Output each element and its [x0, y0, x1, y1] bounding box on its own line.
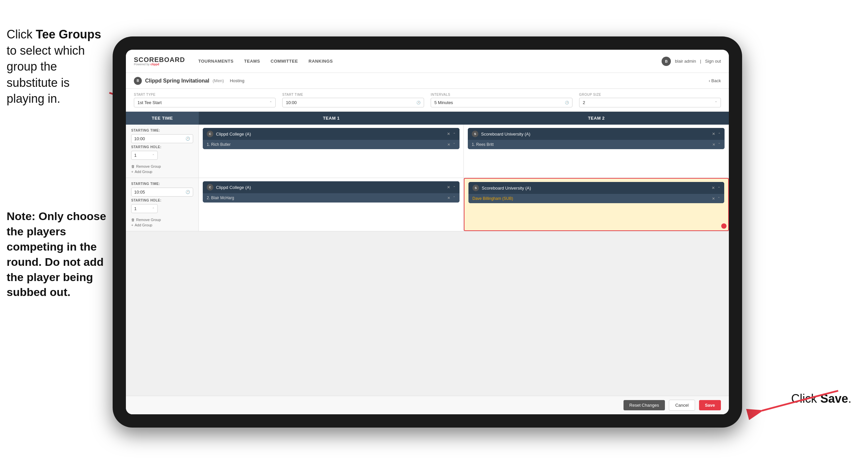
team2-player1-remove-group2[interactable]: ✕: [712, 197, 715, 201]
trash-icon-2: 🗑: [131, 218, 135, 222]
team1-player1-group1: 1. Rich Butler ✕ ⌃: [203, 140, 460, 149]
team2-avatar-group1: S: [472, 130, 478, 137]
tee-groups-bold: Tee Groups: [36, 28, 101, 41]
team2-remove-group1[interactable]: ✕: [712, 132, 715, 136]
sub-header-left: B Clippd Spring Invitational (Men) Hosti…: [134, 77, 709, 85]
hole-chevron-2: ⌃: [152, 207, 155, 210]
tablet-screen: SCOREBOARD Powered by clippd TOURNAMENTS…: [126, 50, 729, 414]
navbar: SCOREBOARD Powered by clippd TOURNAMENTS…: [126, 50, 729, 73]
scroll-spacer: [126, 231, 729, 244]
team2-card-group1[interactable]: S Scoreboard University (A) ✕ ⌃ 1. Rees …: [468, 128, 724, 149]
tee-groups-instruction: Click Tee Groups to select which group t…: [7, 27, 109, 107]
team1-avatar-group2: C: [207, 184, 213, 191]
team2-player1-chevron-group1: ⌃: [718, 143, 720, 147]
table-header: Tee Time Team 1 Team 2: [126, 112, 729, 125]
time-clock-icon-1: 🕐: [186, 137, 190, 141]
team2-chevron-group2: ⌃: [718, 186, 720, 190]
nav-separator: |: [700, 59, 701, 64]
team1-player1-group2: 2. Blair McHarg ✕ ⌃: [203, 193, 460, 203]
team2-remove-group2[interactable]: ✕: [712, 185, 715, 190]
team2-controls-group2: ✕ ⌃: [712, 185, 720, 190]
starting-time-input-2[interactable]: 10:05 🕐: [131, 187, 193, 197]
group-row-1: STARTING TIME: 10:00 🕐 STARTING HOLE: 1 …: [126, 125, 729, 178]
remove-group-btn-1[interactable]: 🗑 Remove Group: [131, 165, 193, 168]
start-type-chevron: ⌃: [269, 101, 272, 105]
team1-chevron-group1: ⌃: [453, 132, 456, 136]
team1-remove-group2[interactable]: ✕: [447, 185, 450, 189]
team1-avatar-group1: C: [207, 130, 213, 137]
starting-hole-label-1: STARTING HOLE:: [131, 145, 193, 149]
intervals-clock-icon: 🕐: [565, 101, 569, 105]
nav-teams[interactable]: TEAMS: [244, 57, 260, 65]
team2-cell-group2: S Scoreboard University (A) ✕ ⌃ Dave Bil…: [464, 178, 729, 231]
intervals-input[interactable]: 5 Minutes 🕐: [431, 98, 572, 107]
sub-header-hosting: Hosting: [230, 78, 245, 83]
team1-cell-group1: C Clippd College (A) ✕ ⌃ 1. Rich Butler …: [199, 125, 464, 178]
team2-player1-group2: Dave Billingham (SUB) ✕ ⌃: [468, 194, 724, 203]
logo-area: SCOREBOARD Powered by clippd: [134, 56, 185, 66]
group-size-input[interactable]: 2 ⌃: [579, 98, 721, 107]
time-clock-icon-2: 🕐: [186, 190, 190, 194]
starting-time-label-2: STARTING TIME:: [131, 182, 193, 185]
team2-card-group2[interactable]: S Scoreboard University (A) ✕ ⌃ Dave Bil…: [468, 182, 724, 203]
starting-hole-label-2: STARTING HOLE:: [131, 199, 193, 202]
start-time-label: Start Time: [282, 93, 424, 96]
team2-name-group2: Scoreboard University (A): [482, 185, 709, 191]
starting-time-label-1: STARTING TIME:: [131, 128, 193, 132]
team1-remove-group1[interactable]: ✕: [447, 132, 450, 136]
team1-card-header-group1: C Clippd College (A) ✕ ⌃: [203, 128, 460, 140]
logo-scoreboard: SCOREBOARD: [134, 56, 185, 63]
start-time-clock-icon: 🕐: [416, 101, 421, 105]
save-button[interactable]: Save: [699, 400, 721, 410]
col-team1: Team 1: [199, 112, 464, 125]
team1-player1-remove-group2[interactable]: ✕: [447, 196, 450, 200]
footer: Reset Changes Cancel Save: [126, 396, 729, 414]
start-type-input[interactable]: 1st Tee Start ⌃: [134, 98, 276, 107]
add-group-btn-2[interactable]: + Add Group: [131, 223, 193, 227]
team2-player1-controls-group2: ✕ ⌃: [712, 197, 720, 201]
starting-hole-input-1[interactable]: 1 ⌃: [131, 151, 158, 160]
team2-cell-group1: S Scoreboard University (A) ✕ ⌃ 1. Rees …: [464, 125, 729, 178]
nav-rankings[interactable]: RANKINGS: [308, 57, 333, 65]
main-content: Tee Time Team 1 Team 2 STARTING TIME: 10…: [126, 112, 729, 396]
team1-card-group1[interactable]: C Clippd College (A) ✕ ⌃ 1. Rich Butler …: [203, 128, 460, 149]
starting-hole-input-2[interactable]: 1 ⌃: [131, 204, 158, 213]
nav-tournaments[interactable]: TOURNAMENTS: [198, 57, 233, 65]
team2-player1-remove-group1[interactable]: ✕: [712, 143, 715, 147]
team2-player1-chevron-group2: ⌃: [718, 197, 720, 201]
start-type-group: Start Type 1st Tee Start ⌃: [134, 93, 276, 107]
nav-committee[interactable]: COMMITTEE: [271, 57, 298, 65]
group-actions-1: 🗑 Remove Group + Add Group: [131, 165, 193, 174]
starting-time-input-1[interactable]: 10:00 🕐: [131, 134, 193, 143]
remove-group-btn-2[interactable]: 🗑 Remove Group: [131, 218, 193, 222]
team2-player1-controls-group1: ✕ ⌃: [712, 143, 720, 147]
hole-chevron-1: ⌃: [152, 154, 155, 157]
group-size-group: Group Size 2 ⌃: [579, 93, 721, 107]
add-group-btn-1[interactable]: + Add Group: [131, 170, 193, 174]
logo-powered: Powered by clippd: [134, 63, 185, 66]
reset-changes-button[interactable]: Reset Changes: [623, 400, 665, 410]
arrow-target-indicator: [721, 224, 726, 229]
team1-player1-chevron-group2: ⌃: [453, 196, 456, 200]
team1-player1-remove-group1[interactable]: ✕: [447, 143, 450, 147]
col-team2: Team 2: [464, 112, 729, 125]
team1-player1-name-group1: 1. Rich Butler: [207, 142, 444, 147]
start-time-input[interactable]: 10:00 🕐: [282, 98, 424, 107]
team1-controls-group1: ✕ ⌃: [447, 132, 456, 136]
trash-icon-1: 🗑: [131, 165, 135, 168]
group-size-chevron: ⌃: [715, 101, 717, 105]
team2-chevron-group1: ⌃: [718, 132, 720, 136]
team1-card-group2[interactable]: C Clippd College (A) ✕ ⌃ 2. Blair McHarg…: [203, 181, 460, 203]
sign-out-link[interactable]: Sign out: [705, 59, 721, 64]
nav-user: B blair admin | Sign out: [661, 57, 721, 66]
group-left-1: STARTING TIME: 10:00 🕐 STARTING HOLE: 1 …: [126, 125, 199, 178]
sub-header: B Clippd Spring Invitational (Men) Hosti…: [126, 73, 729, 89]
col-tee-time: Tee Time: [126, 112, 199, 125]
plus-icon-1: +: [131, 170, 133, 174]
team1-player1-name-group2: 2. Blair McHarg: [207, 196, 444, 200]
click-save-instruction: Click Save.: [791, 392, 851, 406]
back-button[interactable]: ‹ Back: [709, 78, 721, 83]
cancel-button[interactable]: Cancel: [669, 400, 695, 411]
team1-cell-group2: C Clippd College (A) ✕ ⌃ 2. Blair McHarg…: [199, 178, 464, 231]
team2-avatar-group2: S: [472, 185, 479, 191]
